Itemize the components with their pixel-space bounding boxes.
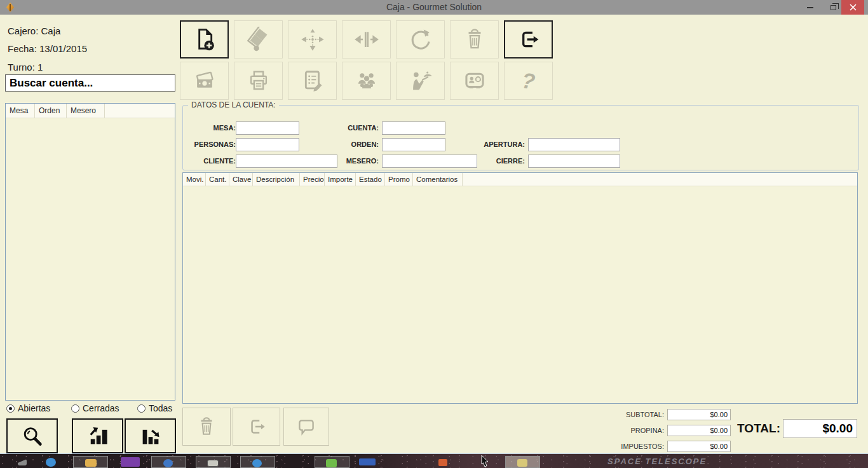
apertura-label: APERTURA: — [468, 138, 525, 151]
apertura-input[interactable] — [528, 138, 620, 151]
radio-icon — [6, 404, 15, 413]
close-button[interactable] — [841, 0, 864, 15]
column-header-comentarios[interactable]: Comentarios — [413, 173, 463, 186]
delete-account-button[interactable] — [450, 20, 499, 59]
cierre-label: CIERRE: — [468, 155, 525, 168]
orden-label: ORDEN: — [315, 138, 379, 151]
titlebar[interactable]: Caja - Gourmet Solution — [0, 0, 868, 15]
column-header-promo[interactable]: Promo — [385, 173, 413, 186]
mesero-input[interactable] — [382, 155, 477, 168]
cash-icon — [193, 68, 217, 93]
cuenta-label: CUENTA: — [315, 121, 379, 135]
app-icon — [326, 459, 337, 467]
payment-button[interactable] — [180, 62, 229, 100]
trash-icon — [463, 27, 487, 52]
print-button[interactable] — [234, 62, 283, 100]
new-account-button[interactable] — [180, 20, 229, 59]
transfer-button[interactable] — [234, 20, 283, 59]
window-title: Caja - Gourmet Solution — [0, 0, 868, 15]
search-account-input[interactable] — [5, 74, 175, 92]
shift-label: Turno: 1 — [8, 62, 43, 72]
column-header-mesero[interactable]: Mesero — [67, 104, 105, 118]
taskbar-app-icon[interactable] — [359, 458, 376, 465]
show-desktop-icon[interactable] — [18, 459, 27, 465]
comment-button[interactable] — [283, 408, 329, 446]
send-item-button[interactable] — [233, 408, 280, 446]
taskbar-button[interactable] — [196, 456, 231, 468]
search-icon — [21, 425, 44, 448]
decline-report-button[interactable] — [125, 418, 176, 453]
restore-button[interactable] — [825, 0, 841, 15]
account-data-legend: DATOS DE LA CUENTA: — [188, 100, 279, 109]
new-account-icon — [193, 27, 217, 52]
items-table[interactable]: Movi. Cant. Clave Descripción Precio Imp… — [182, 172, 858, 404]
filter-todas[interactable]: Todas — [137, 403, 172, 413]
contacts-button[interactable] — [450, 62, 499, 100]
exit-button[interactable] — [504, 20, 553, 59]
app-icon — [252, 459, 262, 467]
merge-arrows-icon — [301, 27, 325, 52]
taskbar-button[interactable] — [315, 456, 349, 468]
help-icon: ? — [520, 67, 536, 94]
mesero-label: MESERO: — [315, 155, 379, 168]
waiters-button[interactable] — [396, 62, 445, 100]
cuenta-input[interactable] — [382, 121, 445, 135]
column-header-orden[interactable]: Orden — [35, 104, 67, 118]
customers-button[interactable] — [342, 62, 391, 100]
column-header-clave[interactable]: Clave — [229, 173, 253, 186]
column-header-cant[interactable]: Cant. — [206, 173, 229, 186]
minimize-button[interactable] — [802, 0, 818, 15]
taskbar-button-active[interactable] — [505, 456, 540, 468]
merge-accounts-button[interactable] — [288, 20, 337, 59]
app-icon — [207, 460, 219, 467]
waiter-icon — [409, 68, 433, 93]
subtotal-label: SUBTOTAL: — [600, 411, 664, 418]
cashier-label: Cajero: Caja — [8, 25, 60, 36]
refresh-button[interactable] — [396, 20, 445, 59]
impuestos-input[interactable] — [667, 441, 731, 452]
mouse-cursor — [481, 455, 491, 468]
hand-truck-icon — [247, 27, 271, 52]
split-arrows-icon — [355, 27, 379, 52]
column-header-movi[interactable]: Movi. — [183, 173, 206, 186]
taskbar-button[interactable] — [240, 456, 275, 468]
total-input[interactable] — [783, 419, 857, 438]
app-icon — [163, 459, 173, 467]
close-icon — [850, 4, 857, 11]
column-header-mesa[interactable]: Mesa — [6, 104, 35, 118]
subtotal-input[interactable] — [667, 409, 731, 420]
order-notes-button[interactable] — [288, 62, 337, 100]
column-header-filler — [105, 104, 175, 118]
sales-report-button[interactable] — [72, 418, 123, 453]
account-data-group: DATOS DE LA CUENTA: MESA: CUENTA: PERSON… — [182, 105, 859, 170]
column-header-estado[interactable]: Estado — [356, 173, 385, 186]
taskbar-app-icon[interactable] — [121, 457, 140, 467]
filter-abiertas[interactable]: Abiertas — [6, 403, 50, 413]
accounts-list[interactable]: Mesa Orden Mesero — [5, 103, 175, 401]
radio-icon — [137, 404, 146, 413]
chart-ascending-icon — [86, 425, 109, 448]
taskbar-button[interactable] — [151, 456, 186, 468]
cierre-input[interactable] — [528, 155, 620, 168]
exit-icon — [517, 27, 541, 52]
help-button[interactable]: ? — [504, 62, 553, 100]
mesa-input[interactable] — [236, 121, 299, 135]
column-header-filler — [463, 173, 857, 186]
taskbar-app-icon[interactable] — [438, 459, 447, 466]
taskbar-app-icon[interactable] — [46, 458, 56, 467]
orden-input[interactable] — [382, 138, 445, 151]
wallpaper-text: SPACE TELESCOPE — [607, 457, 707, 466]
taskbar[interactable]: SPACE TELESCOPE — [0, 454, 868, 468]
filter-cerradas[interactable]: Cerradas — [71, 403, 119, 413]
split-account-button[interactable] — [342, 20, 391, 59]
chart-descending-icon — [139, 425, 162, 448]
search-accounts-button[interactable] — [6, 418, 58, 453]
personas-input[interactable] — [236, 138, 299, 151]
delete-item-button[interactable] — [182, 408, 231, 446]
date-label: Fecha: 13/01/2015 — [8, 43, 87, 54]
taskbar-button[interactable] — [73, 456, 108, 468]
column-header-descripcion[interactable]: Descripción — [253, 173, 300, 186]
column-header-importe[interactable]: Importe — [325, 173, 356, 186]
mesa-label: MESA: — [188, 121, 236, 135]
column-header-precio[interactable]: Precio — [300, 173, 325, 186]
